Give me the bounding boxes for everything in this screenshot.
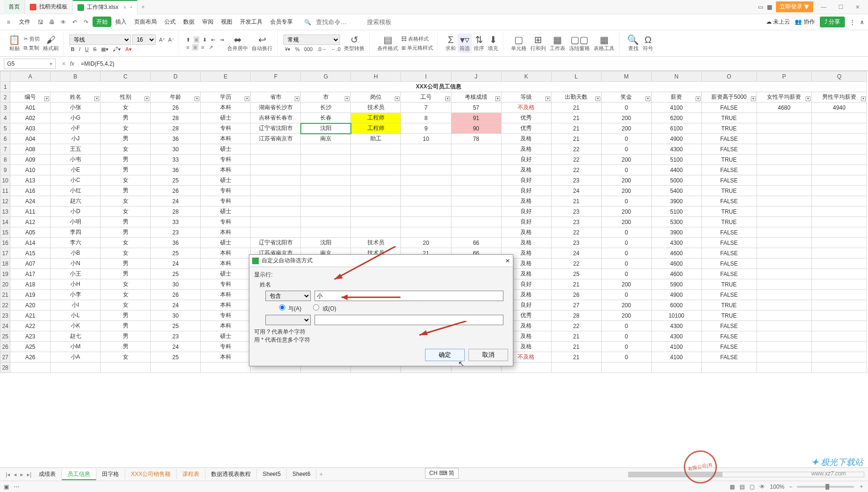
data-cell[interactable]: 5000 xyxy=(651,175,701,186)
formula-input[interactable]: =MID(F5,4,2) xyxy=(78,60,864,67)
data-cell[interactable]: 男 xyxy=(101,217,151,227)
row-header[interactable]: 28 xyxy=(0,363,10,373)
tab-nav-first-icon[interactable]: |◂ xyxy=(4,471,12,478)
data-cell[interactable] xyxy=(251,196,301,207)
data-cell[interactable]: 4300 xyxy=(651,331,701,342)
data-cell[interactable] xyxy=(451,207,501,217)
increase-font-icon[interactable]: A⁺ xyxy=(158,36,167,43)
data-cell[interactable] xyxy=(757,144,812,155)
data-cell[interactable]: TRUE xyxy=(701,300,757,311)
sum-button[interactable]: Σ求和 xyxy=(443,34,458,53)
filter-arrow-icon[interactable]: ▾ xyxy=(806,96,810,101)
data-cell[interactable]: 及格 xyxy=(501,165,551,175)
data-cell[interactable]: 优秀 xyxy=(501,113,551,123)
row-header[interactable]: 12 xyxy=(0,196,10,207)
data-cell[interactable]: A14 xyxy=(10,238,51,248)
tab-close-icon[interactable]: × xyxy=(123,4,127,11)
row-header[interactable]: 2 xyxy=(0,92,10,103)
data-cell[interactable] xyxy=(10,363,51,373)
command-search-input[interactable] xyxy=(315,18,362,26)
data-cell[interactable]: FALSE xyxy=(701,227,757,238)
cancel-button[interactable]: 取消 xyxy=(468,349,508,361)
data-cell[interactable] xyxy=(757,196,812,207)
data-cell[interactable]: 良好 xyxy=(501,155,551,165)
data-cell[interactable]: 小H xyxy=(51,279,101,290)
data-cell[interactable]: 0 xyxy=(601,269,651,279)
data-cell[interactable] xyxy=(757,207,812,217)
data-cell[interactable] xyxy=(757,186,812,196)
filter-arrow-icon[interactable]: ▾ xyxy=(495,96,500,101)
data-cell[interactable]: 良好 xyxy=(501,186,551,196)
align-middle-icon[interactable]: ≡ xyxy=(194,36,199,43)
data-cell[interactable]: 0 xyxy=(601,331,651,342)
data-cell[interactable]: 26 xyxy=(551,290,601,300)
table-header-cell[interactable]: 性别▾ xyxy=(101,92,151,103)
data-cell[interactable] xyxy=(451,144,501,155)
view-normal-icon[interactable]: ▦ xyxy=(730,483,735,490)
data-cell[interactable]: 23 xyxy=(151,227,201,238)
data-cell[interactable]: 李六 xyxy=(51,238,101,248)
data-cell[interactable] xyxy=(812,123,867,134)
template-search-input[interactable] xyxy=(366,18,413,26)
minimize-icon[interactable]: — xyxy=(817,4,830,10)
preview-icon[interactable]: 👁 xyxy=(59,19,68,26)
data-cell[interactable]: TRUE xyxy=(701,113,757,123)
tab-nav-next-icon[interactable]: ▸ xyxy=(18,471,25,478)
data-cell[interactable]: 专科 xyxy=(201,342,251,352)
data-cell[interactable]: 23 xyxy=(551,175,601,186)
data-cell[interactable]: FALSE xyxy=(701,342,757,352)
data-cell[interactable]: 工程师 xyxy=(351,113,401,123)
data-cell[interactable]: 及格 xyxy=(501,144,551,155)
data-cell[interactable]: 4100 xyxy=(651,352,701,363)
data-cell[interactable]: 36 xyxy=(151,165,201,175)
data-cell[interactable]: 赵七 xyxy=(51,331,101,342)
data-cell[interactable]: 6200 xyxy=(651,113,701,123)
data-cell[interactable]: 江苏省南京市 xyxy=(251,134,301,144)
data-cell[interactable] xyxy=(812,259,867,269)
data-cell[interactable]: 21 xyxy=(551,342,601,352)
percent-icon[interactable]: % xyxy=(294,46,301,52)
data-cell[interactable] xyxy=(757,300,812,311)
row-header[interactable]: 14 xyxy=(0,217,10,227)
filter-arrow-icon[interactable]: ▾ xyxy=(395,96,400,101)
data-cell[interactable]: 24 xyxy=(551,186,601,196)
data-cell[interactable]: 女 xyxy=(101,207,151,217)
data-cell[interactable]: 21 xyxy=(551,103,601,113)
data-cell[interactable]: 4680 xyxy=(757,103,812,113)
data-cell[interactable]: A05 xyxy=(10,227,51,238)
data-cell[interactable]: 沈阳 xyxy=(301,123,351,134)
ok-button[interactable]: 确定 xyxy=(425,349,465,361)
filter-arrow-icon[interactable]: ▾ xyxy=(696,96,700,101)
data-cell[interactable]: FALSE xyxy=(701,321,757,331)
data-cell[interactable] xyxy=(812,248,867,259)
table-header-cell[interactable]: 男性平均薪资▾ xyxy=(812,92,867,103)
data-cell[interactable]: 4100 xyxy=(651,103,701,113)
data-cell[interactable]: FALSE xyxy=(701,144,757,155)
row-header[interactable]: 27 xyxy=(0,352,10,363)
data-cell[interactable]: 小I xyxy=(51,300,101,311)
data-cell[interactable] xyxy=(151,363,201,373)
data-cell[interactable]: A16 xyxy=(10,186,51,196)
data-cell[interactable]: 本科 xyxy=(201,290,251,300)
data-cell[interactable]: 23 xyxy=(551,207,601,217)
data-cell[interactable]: 5400 xyxy=(651,186,701,196)
data-cell[interactable]: 24 xyxy=(151,342,201,352)
col-header[interactable]: E xyxy=(201,71,251,82)
data-cell[interactable] xyxy=(451,175,501,186)
data-cell[interactable] xyxy=(812,300,867,311)
data-cell[interactable]: A24 xyxy=(10,196,51,207)
data-cell[interactable] xyxy=(812,321,867,331)
name-box[interactable]: G5▾ xyxy=(4,59,56,69)
data-cell[interactable]: 25 xyxy=(151,175,201,186)
number-format-select[interactable]: 常规 xyxy=(283,35,340,45)
data-cell[interactable]: 女 xyxy=(101,279,151,290)
data-cell[interactable]: 3900 xyxy=(651,227,701,238)
data-cell[interactable] xyxy=(757,331,812,342)
data-cell[interactable]: 男 xyxy=(101,155,151,165)
data-cell[interactable]: 小M xyxy=(51,342,101,352)
data-cell[interactable] xyxy=(551,363,601,373)
data-cell[interactable]: 4900 xyxy=(651,134,701,144)
zoom-out-icon[interactable]: − xyxy=(789,483,792,490)
data-cell[interactable]: 小李 xyxy=(51,290,101,300)
row-header[interactable]: 11 xyxy=(0,186,10,196)
